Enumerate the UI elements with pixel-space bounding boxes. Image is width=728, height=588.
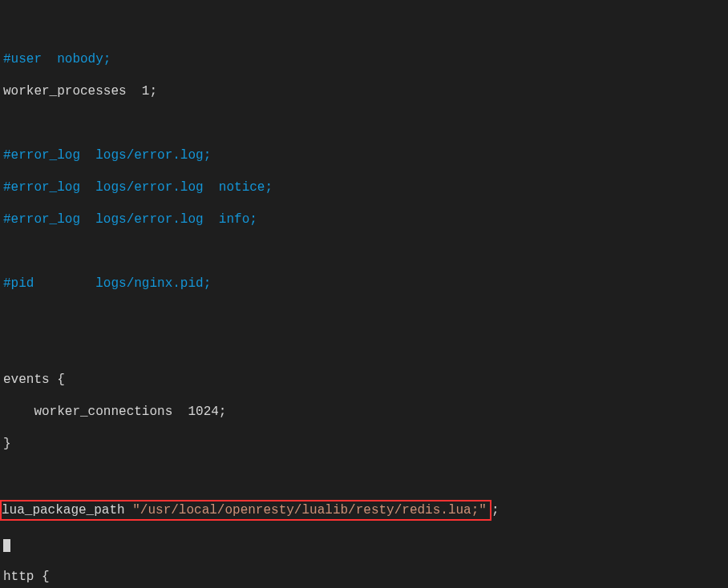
code-line xyxy=(3,340,728,356)
cursor-icon xyxy=(3,539,10,552)
code-line: worker_connections 1024; xyxy=(3,404,728,420)
code-line: http { xyxy=(3,569,728,585)
code-line: #error_log logs/error.log info; xyxy=(3,211,728,228)
code-line xyxy=(3,537,728,553)
code-line: #error_log logs/error.log; xyxy=(3,147,728,163)
code-line xyxy=(3,244,728,260)
code-line: #error_log logs/error.log notice; xyxy=(3,179,728,195)
code-line xyxy=(3,115,728,131)
code-line: } xyxy=(3,436,728,452)
code-line: #pid logs/nginx.pid; xyxy=(3,276,728,292)
code-line xyxy=(3,468,728,484)
code-line: #user nobody; xyxy=(3,51,728,67)
highlight-box: lua_package_path "/usr/local/openresty/l… xyxy=(0,500,491,521)
directive-name: lua_package_path xyxy=(2,503,132,518)
code-editor: { "code": { "l1": {"c":"comment","t":"#u… xyxy=(0,16,728,588)
highlighted-line: lua_package_path "/usr/local/openresty/l… xyxy=(3,500,728,521)
code-line: events { xyxy=(3,372,728,388)
directive-string: "/usr/local/openresty/lualib/resty/redis… xyxy=(132,503,487,518)
directive-suffix: ; xyxy=(491,503,499,518)
code-line: worker_processes 1; xyxy=(3,83,728,99)
code-line xyxy=(3,308,728,324)
